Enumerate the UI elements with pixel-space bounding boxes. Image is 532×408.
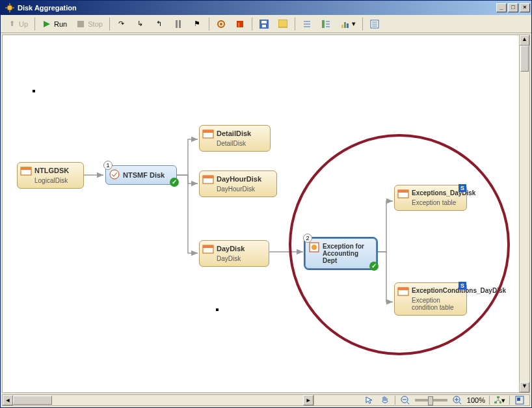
tool-button-6[interactable] xyxy=(213,17,230,31)
vertical-scrollbar[interactable]: ▲ ▼ xyxy=(519,35,529,392)
node-dayhourdisk[interactable]: DayHourDisk DayHourDisk xyxy=(199,170,277,197)
app-icon xyxy=(5,3,15,13)
validate-icon: ! xyxy=(235,19,245,29)
svg-rect-15 xyxy=(262,25,266,27)
node-title: NTLGDSK xyxy=(34,167,78,174)
tool-button-3[interactable]: ↰ xyxy=(151,17,168,31)
svg-rect-53 xyxy=(497,396,499,398)
node-ntsmf-disk[interactable]: 1 NTSMF Disk ✓ xyxy=(105,165,177,185)
table-icon xyxy=(397,188,409,200)
table-icon xyxy=(397,286,409,297)
zoom-out-button[interactable] xyxy=(399,396,411,405)
zoom-value: 100% xyxy=(467,396,485,404)
svg-text:!: ! xyxy=(238,21,240,28)
table-icon xyxy=(202,128,214,140)
up-label: Up xyxy=(19,20,28,28)
overview-button[interactable] xyxy=(514,396,525,405)
zoom-slider[interactable] xyxy=(415,399,447,401)
node-title: DayHourDisk xyxy=(217,175,271,183)
svg-rect-32 xyxy=(21,167,31,170)
note-button[interactable] xyxy=(274,17,291,31)
scroll-track[interactable] xyxy=(13,395,303,405)
process-icon xyxy=(109,169,120,180)
tool-button-9[interactable] xyxy=(317,17,334,31)
pointer-tool[interactable] xyxy=(364,396,375,405)
save-icon xyxy=(259,19,269,29)
tool-button-1[interactable]: ↷ xyxy=(113,17,130,31)
status-ok-badge: ✓ xyxy=(170,178,179,187)
tool-button-10[interactable]: ▾ xyxy=(336,17,359,31)
marker-dot xyxy=(33,90,35,92)
canvas-container: NTLGDSK LogicalDisk 1 NTSMF Disk ✓ Detai… xyxy=(2,34,530,393)
svg-point-0 xyxy=(7,5,12,10)
play-icon xyxy=(42,19,52,29)
node-title: ExceptionConditions_DayDisk xyxy=(412,287,461,294)
properties-icon xyxy=(369,19,380,29)
node-subtitle: LogicalDisk xyxy=(34,177,78,184)
scroll-left-arrow[interactable]: ◄ xyxy=(3,395,13,405)
node-subtitle: DayHourDisk xyxy=(217,185,271,193)
status-ok-badge: ✓ xyxy=(369,262,379,271)
svg-rect-35 xyxy=(203,130,213,133)
note-icon xyxy=(278,19,288,29)
svg-rect-16 xyxy=(278,20,287,27)
diagram-canvas[interactable]: NTLGDSK LogicalDisk 1 NTSMF Disk ✓ Detai… xyxy=(3,35,519,392)
tool-button-8[interactable] xyxy=(299,17,315,31)
horizontal-scrollbar[interactable]: ◄ ► xyxy=(2,394,314,406)
separator xyxy=(509,396,510,405)
svg-line-48 xyxy=(407,402,409,404)
scroll-thumb[interactable] xyxy=(13,396,52,405)
separator xyxy=(252,18,252,31)
up-button[interactable]: ⬆ Up xyxy=(3,17,31,31)
pan-tool[interactable] xyxy=(379,396,391,405)
close-button[interactable]: × xyxy=(520,3,530,12)
scroll-right-arrow[interactable]: ► xyxy=(303,395,313,405)
scroll-up-arrow[interactable]: ▲ xyxy=(520,35,529,46)
save-button[interactable] xyxy=(256,17,273,31)
separator xyxy=(489,396,490,405)
node-detaildisk[interactable]: DetailDisk DetailDisk xyxy=(199,125,271,152)
svg-rect-55 xyxy=(499,401,501,403)
separator xyxy=(295,18,295,31)
table-icon xyxy=(202,174,214,185)
svg-rect-8 xyxy=(179,20,181,28)
svg-rect-43 xyxy=(398,190,408,193)
properties-button[interactable] xyxy=(366,17,383,31)
node-subtitle: Exception condition table xyxy=(412,297,461,311)
tool-button-2[interactable]: ↳ xyxy=(132,17,149,31)
svg-rect-20 xyxy=(322,20,325,28)
node-ntlgdsk[interactable]: NTLGDSK LogicalDisk xyxy=(17,162,84,189)
stop-icon xyxy=(75,19,86,29)
separator xyxy=(109,18,110,31)
svg-rect-54 xyxy=(494,401,497,403)
tool-button-7[interactable]: ! xyxy=(232,17,248,31)
minimize-button[interactable]: _ xyxy=(496,3,507,12)
node-exceptions-daydisk[interactable]: S Exceptions_DayDisk Exception table xyxy=(394,185,467,211)
node-title: Exception for Accounting Dept xyxy=(323,243,371,264)
node-subtitle: DayDisk xyxy=(217,255,263,262)
tool-button-5[interactable]: ⚑ xyxy=(189,17,206,31)
node-daydisk[interactable]: DayDisk DayDisk xyxy=(199,240,269,267)
node-exceptionconditions-daydisk[interactable]: S ExceptionConditions_DayDisk Exception … xyxy=(394,282,467,316)
svg-marker-5 xyxy=(44,21,50,27)
list-icon xyxy=(302,19,312,29)
svg-rect-37 xyxy=(203,176,213,178)
stop-label: Stop xyxy=(88,20,103,28)
layout-button[interactable]: ▾ xyxy=(494,396,505,405)
run-button[interactable]: Run xyxy=(38,17,70,31)
up-arrow-icon: ⬆ xyxy=(7,19,17,29)
node-exception-accounting[interactable]: 2 Exception for Accounting Dept ✓ xyxy=(305,238,377,269)
pause-icon xyxy=(173,19,183,29)
svg-point-10 xyxy=(220,23,222,25)
maximize-button[interactable]: □ xyxy=(508,3,518,12)
svg-point-33 xyxy=(110,170,119,179)
zoom-in-button[interactable] xyxy=(451,396,463,405)
stop-button[interactable]: Stop xyxy=(72,17,106,31)
node-subtitle: DetailDisk xyxy=(217,140,265,147)
tool-button-4[interactable] xyxy=(170,17,187,31)
scroll-down-arrow[interactable]: ▼ xyxy=(520,382,529,392)
bottom-bar: ◄ ► 100% ▾ xyxy=(2,394,530,406)
svg-point-41 xyxy=(312,245,317,250)
scroll-thumb[interactable] xyxy=(520,46,529,72)
node-title: Exceptions_DayDisk xyxy=(412,189,461,197)
